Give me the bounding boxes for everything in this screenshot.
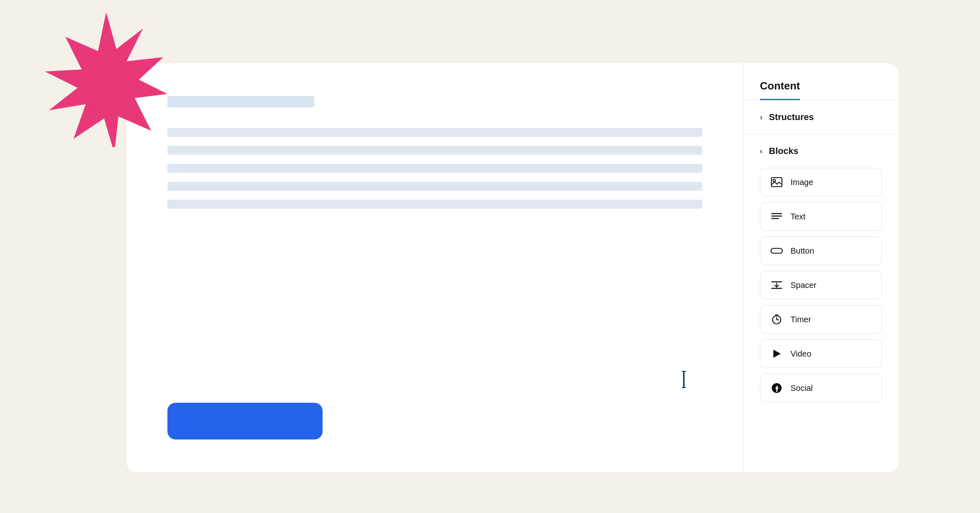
placeholder-line-3 — [167, 164, 702, 173]
block-item-text[interactable]: Text — [760, 202, 882, 231]
panel-header: Content — [744, 63, 898, 100]
svg-marker-14 — [773, 350, 781, 358]
structures-section[interactable]: › Structures — [744, 100, 898, 134]
placeholder-title-bar — [167, 96, 314, 107]
placeholder-line-5 — [167, 200, 702, 209]
block-name-spacer: Spacer — [791, 281, 816, 290]
right-panel: Content › Structures ‹ Blocks — [743, 63, 898, 472]
timer-icon — [770, 313, 783, 326]
star-decoration — [41, 8, 172, 147]
text-cursor: I — [681, 366, 686, 393]
block-item-button[interactable]: Button — [760, 236, 882, 265]
block-name-image: Image — [791, 178, 813, 187]
block-name-text: Text — [791, 212, 806, 221]
block-name-button: Button — [791, 246, 814, 256]
blocks-chevron-icon: ‹ — [760, 147, 762, 156]
image-icon — [770, 176, 783, 189]
placeholder-line-4 — [167, 182, 702, 191]
placeholder-line-2 — [167, 146, 702, 155]
text-lines-icon — [770, 210, 783, 223]
block-items-grid: Image Text — [760, 168, 882, 402]
blue-button-placeholder[interactable] — [167, 403, 323, 439]
video-play-icon — [770, 347, 783, 360]
main-container: I Content › Structures ‹ Blocks — [127, 63, 898, 472]
block-item-video[interactable]: Video — [760, 339, 882, 368]
panel-title: Content — [760, 80, 800, 100]
svg-marker-0 — [45, 12, 167, 147]
blocks-header: ‹ Blocks — [760, 146, 882, 156]
blocks-label: Blocks — [769, 146, 798, 156]
social-icon — [770, 381, 783, 395]
block-item-image[interactable]: Image — [760, 168, 882, 196]
svg-rect-6 — [771, 248, 782, 253]
document-panel: I — [127, 63, 743, 472]
blocks-section: ‹ Blocks Image — [744, 134, 898, 402]
block-item-timer[interactable]: Timer — [760, 305, 882, 334]
block-item-spacer[interactable]: Spacer — [760, 271, 882, 299]
placeholder-line-1 — [167, 128, 702, 137]
svg-rect-1 — [771, 178, 782, 187]
structures-label: Structures — [769, 112, 814, 123]
block-name-timer: Timer — [791, 315, 811, 324]
button-icon — [770, 244, 783, 257]
block-name-video: Video — [791, 349, 811, 359]
structures-chevron-icon: › — [760, 113, 762, 122]
block-item-social[interactable]: Social — [760, 374, 882, 402]
block-name-social: Social — [791, 384, 813, 393]
svg-point-2 — [773, 179, 775, 182]
spacer-icon — [770, 279, 783, 292]
